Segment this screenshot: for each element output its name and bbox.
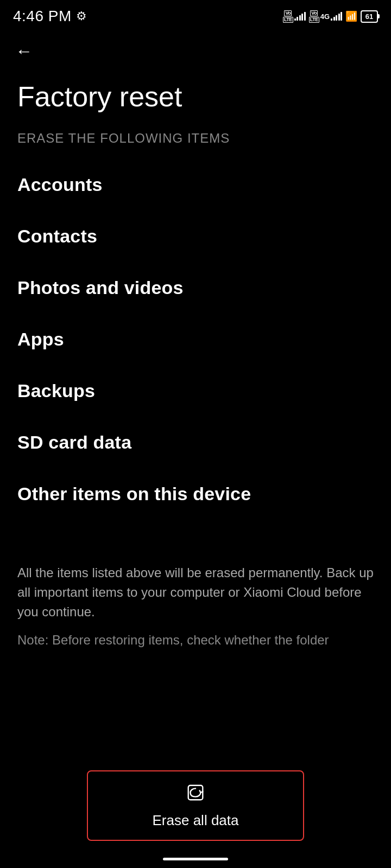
signal-bars-2	[331, 12, 342, 21]
section-header: ERASE THE FOLLOWING ITEMS	[0, 131, 391, 159]
description-text: All the items listed above will be erase…	[17, 563, 374, 622]
battery: 61	[361, 10, 378, 23]
list-item: Apps	[17, 314, 374, 365]
erase-label: Erase all data	[153, 812, 239, 829]
home-indicator	[163, 858, 228, 860]
network-4g: 4G	[320, 12, 330, 21]
list-item: Photos and videos	[17, 262, 374, 314]
description-section: All the items listed above will be erase…	[0, 541, 391, 661]
list-item-text-0: Accounts	[17, 174, 103, 195]
signal-bars-1	[294, 12, 306, 21]
status-bar-left: 4:46 PM ⚙	[13, 8, 87, 25]
list-item-text-5: SD card data	[17, 432, 131, 452]
battery-level: 61	[364, 12, 375, 21]
settings-icon: ⚙	[76, 9, 87, 23]
list-item: Backups	[17, 365, 374, 417]
signal-1: Vo LTE	[283, 10, 306, 23]
status-bar: 4:46 PM ⚙ Vo LTE Vo LTE 4G	[0, 0, 391, 30]
items-list: AccountsContactsPhotos and videosAppsBac…	[0, 159, 391, 520]
list-item-text-4: Backups	[17, 380, 95, 401]
list-item-text-2: Photos and videos	[17, 277, 184, 298]
back-button[interactable]: ←	[13, 39, 35, 63]
back-arrow-icon: ←	[15, 41, 33, 61]
page-title-container: Factory reset	[0, 76, 391, 131]
note-text: Note: Before restoring items, check whet…	[17, 630, 374, 650]
signal-2: Vo LTE 4G	[309, 10, 342, 23]
list-item: SD card data	[17, 417, 374, 468]
section-label: ERASE THE FOLLOWING ITEMS	[17, 131, 230, 145]
list-item: Accounts	[17, 159, 374, 210]
list-item: Contacts	[17, 210, 374, 262]
nav-bar: ←	[0, 30, 391, 76]
status-bar-right: Vo LTE Vo LTE 4G	[283, 10, 378, 23]
list-item: Other items on this device	[17, 468, 374, 520]
page-title: Factory reset	[17, 81, 374, 113]
wifi-icon: 📶	[345, 10, 357, 22]
erase-button-container: Erase all data	[87, 770, 304, 841]
erase-icon	[185, 782, 206, 808]
status-time: 4:46 PM	[13, 8, 72, 25]
list-item-text-6: Other items on this device	[17, 483, 251, 504]
list-item-text-1: Contacts	[17, 226, 97, 246]
erase-all-data-button[interactable]: Erase all data	[87, 770, 304, 841]
list-item-text-3: Apps	[17, 329, 64, 349]
